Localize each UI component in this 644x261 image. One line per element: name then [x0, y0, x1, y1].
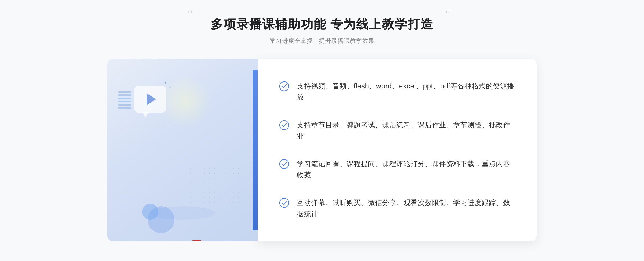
- page-container: 多项录播课辅助功能 专为线上教学打造 学习进度全掌握，提升录播课教学效果 »: [0, 0, 644, 261]
- check-icon-2: [279, 120, 289, 130]
- check-icon-4: [279, 198, 289, 208]
- content-area: »: [107, 59, 537, 241]
- figure-container: [142, 102, 223, 241]
- svg-point-0: [280, 82, 289, 91]
- stripe-3: [118, 98, 131, 99]
- sub-title: 学习进度全掌握，提升录播课教学效果: [211, 37, 434, 45]
- feature-item-3: 学习笔记回看、课程提问、课程评论打分、课件资料下载，重点内容收藏: [279, 158, 515, 181]
- feature-item-1: 支持视频、音频、flash、word、excel、ppt、pdf等各种格式的资源…: [279, 81, 515, 103]
- illustration-panel: [107, 59, 258, 241]
- feature-text-2: 支持章节目录、弹题考试、课后练习、课后作业、章节测验、批改作业: [297, 120, 515, 142]
- feature-item-4: 互动弹幕、试听购买、微信分享、观看次数限制、学习进度跟踪、数据统计: [279, 197, 515, 219]
- main-title: 多项录播课辅助功能 专为线上教学打造: [211, 16, 434, 33]
- svg-point-3: [280, 198, 289, 207]
- stripes-decoration: [118, 91, 134, 113]
- svg-point-2: [280, 159, 289, 169]
- feature-text-4: 互动弹幕、试听购买、微信分享、观看次数限制、学习进度跟踪、数据统计: [297, 197, 515, 219]
- stripe-6: [118, 107, 131, 109]
- deco-circle-2: [142, 204, 158, 220]
- light-beam: [158, 75, 212, 129]
- svg-point-1: [280, 121, 289, 130]
- check-icon-1: [279, 81, 289, 91]
- hair: [186, 240, 207, 241]
- header-section: 多项录播课辅助功能 专为线上教学打造 学习进度全掌握，提升录播课教学效果: [211, 16, 434, 45]
- decorative-dots-left: [188, 8, 199, 13]
- stripe-2: [118, 94, 131, 96]
- check-icon-3: [279, 159, 289, 169]
- feature-item-2: 支持章节目录、弹题考试、课后练习、课后作业、章节测验、批改作业: [279, 120, 515, 142]
- stripe-5: [118, 104, 131, 106]
- feature-text-3: 学习笔记回看、课程提问、课程评论打分、课件资料下载，重点内容收藏: [297, 158, 515, 181]
- blue-bar: [253, 70, 258, 230]
- decorative-dots-right: [445, 8, 456, 13]
- content-panel: 支持视频、音频、flash、word、excel、ppt、pdf等各种格式的资源…: [258, 59, 537, 241]
- feature-text-1: 支持视频、音频、flash、word、excel、ppt、pdf等各种格式的资源…: [297, 81, 515, 103]
- stripe-4: [118, 101, 131, 102]
- stripe-1: [118, 91, 131, 93]
